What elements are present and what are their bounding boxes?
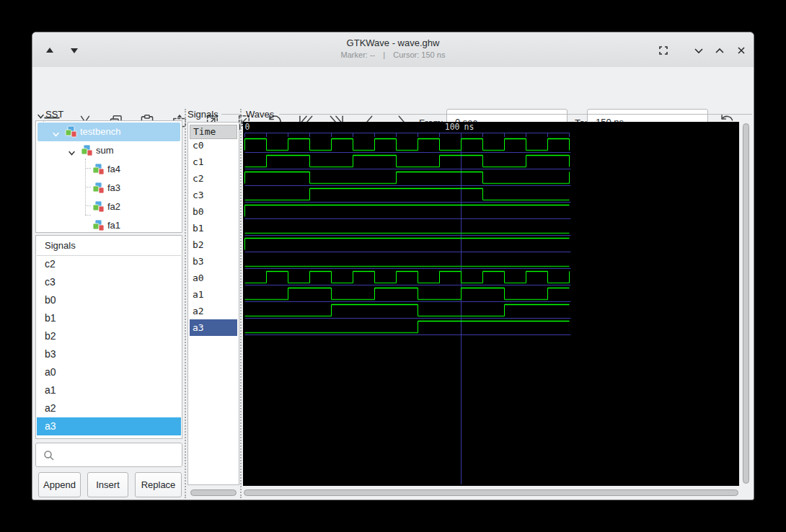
expander-icon[interactable]: [68, 147, 76, 155]
wave-signal-name-c2[interactable]: c2: [190, 170, 237, 187]
scrollbar-thumb[interactable]: [244, 489, 738, 496]
component-cubes-icon: [92, 182, 105, 194]
wave-signal-name-b1[interactable]: b1: [190, 220, 237, 236]
subtitle-separator: |: [383, 50, 385, 59]
marker-status: Marker: --: [341, 50, 376, 59]
wave-signal-name-a1[interactable]: a1: [190, 286, 237, 303]
list-item-a2[interactable]: a2: [37, 399, 181, 417]
replace-button[interactable]: Replace: [135, 472, 182, 497]
tree-item-fa1[interactable]: fa1: [37, 216, 180, 235]
list-item-c2[interactable]: c2: [37, 255, 181, 273]
signals-frame-label: Signals: [187, 109, 218, 120]
keep-above-icon[interactable]: [658, 45, 669, 56]
wave-signal-name-c0[interactable]: c0: [190, 137, 237, 154]
wave-signal-name-b0[interactable]: b0: [190, 203, 237, 220]
wave-signal-name-c3[interactable]: c3: [190, 187, 237, 203]
splitter-right[interactable]: [240, 109, 242, 498]
close-icon[interactable]: [736, 45, 747, 56]
waves-frame-label: Waves: [246, 109, 274, 120]
sst-tree: testbench sum fa4 fa3 fa2 fa1: [35, 120, 182, 233]
window-title: GTKWave - wave.ghw: [32, 37, 754, 48]
list-item-b2[interactable]: b2: [37, 327, 181, 345]
wave-signal-name-a3[interactable]: a3: [190, 319, 237, 336]
component-cubes-icon: [92, 200, 105, 213]
signal-name-hscrollbar[interactable]: [190, 489, 237, 497]
tree-item-testbench[interactable]: testbench: [37, 123, 180, 141]
gtkwave-window: GTKWave - wave.ghw Marker: -- | Cursor: …: [32, 32, 754, 500]
list-item-a0[interactable]: a0: [37, 363, 181, 381]
svg-text:100: 100: [445, 122, 460, 132]
list-item-c3[interactable]: c3: [37, 273, 181, 291]
wave-signal-name-b2[interactable]: b2: [190, 236, 237, 253]
wave-hscrollbar[interactable]: [243, 489, 739, 497]
wave-signal-name-b3[interactable]: b3: [190, 253, 237, 270]
component-cubes-icon: [81, 144, 93, 156]
titlebar[interactable]: GTKWave - wave.ghw Marker: -- | Cursor: …: [32, 32, 754, 68]
tree-item-fa3[interactable]: fa3: [37, 179, 180, 198]
maximize-icon[interactable]: [714, 45, 725, 56]
component-cubes-icon: [65, 125, 77, 138]
wave-signal-name-a0[interactable]: a0: [190, 270, 237, 286]
frame-rule: [279, 114, 752, 115]
list-item-a1[interactable]: a1: [37, 381, 181, 399]
signal-name-panel: Time c0 c1 c2 c3 b0 b1 b2 b3 a0 a1 a2 a3: [187, 122, 239, 485]
svg-text:ns: ns: [464, 122, 474, 132]
svg-text:0: 0: [245, 122, 250, 132]
signal-browser: Signals c2 c3 b0 b1 b2 b3 a0 a1 a2 a3: [35, 235, 182, 439]
list-item-b1[interactable]: b1: [37, 309, 181, 327]
search-input[interactable]: [35, 443, 182, 467]
minimize-icon[interactable]: [693, 45, 705, 56]
frame-rule: [221, 114, 240, 115]
wave-signal-name-c1[interactable]: c1: [190, 154, 237, 170]
sst-frame-label: SST: [45, 109, 63, 120]
tree-item-fa2[interactable]: fa2: [37, 198, 180, 216]
splitter-left[interactable]: [185, 109, 186, 498]
list-item-a3[interactable]: a3: [37, 417, 181, 435]
signal-browser-header: Signals: [37, 236, 181, 256]
append-button[interactable]: Append: [38, 472, 81, 497]
list-item-b3[interactable]: b3: [37, 345, 181, 363]
cursor-status: Cursor: 150 ns: [393, 50, 445, 59]
wave-canvas[interactable]: 0100ns: [243, 122, 739, 486]
expander-icon[interactable]: [52, 128, 60, 136]
wave-signal-name-a2[interactable]: a2: [190, 303, 237, 319]
list-item-b0[interactable]: b0: [37, 291, 181, 309]
tree-item-fa4[interactable]: fa4: [37, 160, 180, 179]
sst-expander-icon[interactable]: [37, 110, 45, 118]
tree-item-sum[interactable]: sum: [37, 141, 180, 160]
component-cubes-icon: [92, 219, 105, 231]
component-cubes-icon: [92, 163, 105, 175]
insert-button[interactable]: Insert: [87, 472, 128, 497]
scrollbar-thumb[interactable]: [743, 123, 749, 484]
waveform-plot: 0100ns: [243, 122, 739, 486]
toolbar: From: 0 sec To: 150 ns: [32, 67, 754, 107]
wave-vscrollbar[interactable]: [742, 122, 751, 486]
window-subtitle: Marker: -- | Cursor: 150 ns: [32, 50, 754, 59]
